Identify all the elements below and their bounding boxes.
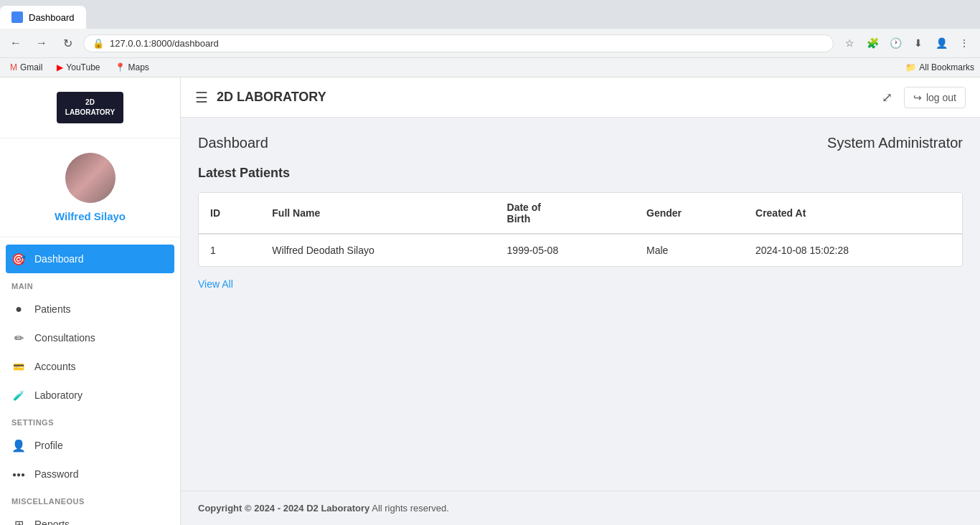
gray-spacer [198,290,963,433]
lock-icon: 🔒 [93,38,104,49]
page-header: Dashboard System Administrator [198,135,963,151]
sidebar-item-dashboard[interactable]: 🎯 Dashboard [6,245,174,273]
cell-created: 2024-10-08 15:02:28 [744,234,962,266]
bookmark-youtube-label: YouTube [66,62,100,72]
accounts-icon: 💳 [11,359,26,374]
patients-table: ID Full Name Date ofBirth Gender Created… [199,193,962,266]
cell-dob: 1999-05-08 [496,234,635,266]
table-row: 1 Wilfred Deodath Silayo 1999-05-08 Male… [199,234,962,266]
laboratory-label: Laboratory [34,389,83,401]
page-role: System Administrator [827,135,963,151]
sidebar-item-consultations[interactable]: ✏ Consultations [0,323,180,352]
col-header-id: ID [199,193,260,234]
back-button[interactable]: ← [6,33,26,53]
forward-button[interactable]: → [32,33,52,53]
top-bar-left: ☰ 2D LABORATORY [195,89,326,106]
accounts-label: Accounts [34,361,76,372]
reports-icon: ⊞ [11,517,26,525]
active-tab[interactable]: Dashboard [0,6,86,29]
misc-section-label: MISCELLANEOUS [0,488,180,510]
footer-rights: All rights reserved. [369,503,449,514]
footer-copyright: Copyright © 2024 - 2024 D2 Laboratory [198,503,369,514]
all-bookmarks-label: All Bookmarks [919,62,974,72]
cell-id: 1 [199,234,260,266]
content-footer: Copyright © 2024 - 2024 D2 Laboratory Al… [181,491,980,525]
content-area: Dashboard System Administrator Latest Pa… [181,118,980,491]
bookmark-maps-label: Maps [128,62,149,72]
top-bar: ☰ 2D LABORATORY ⤢ ↪ log out [181,77,980,118]
settings-section-label: SETTINGS [0,410,180,431]
nav-icons: ☆ 🧩 🕐 ⬇ 👤 ⋮ [839,33,974,53]
sidebar-nav: 🎯 Dashboard MAIN ● Patients ✏ Consultati… [0,237,180,525]
bookmark-maps[interactable]: 📍 Maps [110,61,154,74]
user-name[interactable]: Wilfred Silayo [55,210,126,222]
expand-icon[interactable]: ⤢ [882,90,892,105]
col-header-fullname: Full Name [260,193,495,234]
hamburger-menu-icon[interactable]: ☰ [195,89,208,106]
maps-icon: 📍 [115,62,126,72]
youtube-icon: ▶ [57,62,63,72]
view-all-link[interactable]: View All [198,278,233,290]
sidebar-dashboard-label: Dashboard [34,253,84,265]
sidebar-user: Wilfred Silayo [0,138,180,237]
table-header-row: ID Full Name Date ofBirth Gender Created… [199,193,962,234]
browser-chrome: Dashboard ← → ↻ 🔒 127.0.0.1:8000/dashboa… [0,0,980,77]
all-bookmarks[interactable]: 📁 All Bookmarks [905,62,974,72]
sidebar-item-reports[interactable]: ⊞ Reports [0,510,180,525]
cell-gender: Male [635,234,744,266]
top-bar-right: ⤢ ↪ log out [882,87,966,108]
app-title: 2D LABORATORY [217,90,326,105]
history-icon[interactable]: 🕐 [885,33,905,53]
avatar [65,153,116,203]
section-title: Latest Patients [198,166,963,181]
browser-nav-bar: ← → ↻ 🔒 127.0.0.1:8000/dashboard ☆ 🧩 🕐 ⬇… [0,29,980,57]
sidebar-item-password[interactable]: ●●● Password [0,460,180,488]
logout-button[interactable]: ↪ log out [904,87,966,108]
profile-icon[interactable]: 👤 [931,33,951,53]
laboratory-icon: 🧪 [11,388,26,402]
sidebar-item-laboratory[interactable]: 🧪 Laboratory [0,381,180,410]
extension-icon[interactable]: 🧩 [862,33,882,53]
dashboard-icon: 🎯 [11,252,26,266]
logo-line1: 2D [65,98,115,108]
sidebar-logo: 2D LABORATORY [0,77,180,138]
url-display: 127.0.0.1:8000/dashboard [110,38,824,49]
password-label: Password [34,468,78,480]
consultations-label: Consultations [34,332,95,344]
bookmark-gmail-label: Gmail [20,62,42,72]
main-content: ☰ 2D LABORATORY ⤢ ↪ log out Dashboard Sy… [181,77,980,525]
bookmarks-bar: M Gmail ▶ YouTube 📍 Maps 📁 All Bookmarks [0,57,980,77]
bookmark-star-icon[interactable]: ☆ [839,33,859,53]
page-title: Dashboard [198,135,268,151]
sidebar-item-accounts[interactable]: 💳 Accounts [0,352,180,381]
col-header-created: Created At [744,193,962,234]
download-icon[interactable]: ⬇ [908,33,928,53]
tab-favicon [11,11,23,23]
sidebar-item-profile[interactable]: 👤 Profile [0,431,180,460]
menu-icon[interactable]: ⋮ [954,33,974,53]
password-icon: ●●● [11,467,26,481]
bookmark-gmail[interactable]: M Gmail [6,61,47,74]
tab-title: Dashboard [29,12,75,23]
browser-tabs: Dashboard [0,0,980,29]
bookmark-youtube[interactable]: ▶ YouTube [52,61,104,74]
profile-nav-icon: 👤 [11,438,26,453]
profile-label: Profile [34,440,63,451]
bookmarks-folder-icon: 📁 [905,62,916,72]
sidebar: 2D LABORATORY Wilfred Silayo 🎯 Dashboard… [0,77,181,525]
gmail-icon: M [10,62,17,72]
col-header-dob: Date ofBirth [496,193,635,234]
avatar-image [65,153,116,203]
logo-line2: LABORATORY [65,108,115,118]
patients-icon: ● [11,302,26,316]
app-container: 2D LABORATORY Wilfred Silayo 🎯 Dashboard… [0,77,980,525]
logout-icon: ↪ [913,92,922,103]
main-section-label: MAIN [0,273,180,295]
reload-button[interactable]: ↻ [57,33,77,53]
logout-label: log out [926,92,956,103]
patients-table-wrapper: ID Full Name Date ofBirth Gender Created… [198,192,963,267]
patients-label: Patients [34,303,71,315]
reports-label: Reports [34,519,70,525]
address-bar[interactable]: 🔒 127.0.0.1:8000/dashboard [83,34,834,52]
sidebar-item-patients[interactable]: ● Patients [0,295,180,323]
